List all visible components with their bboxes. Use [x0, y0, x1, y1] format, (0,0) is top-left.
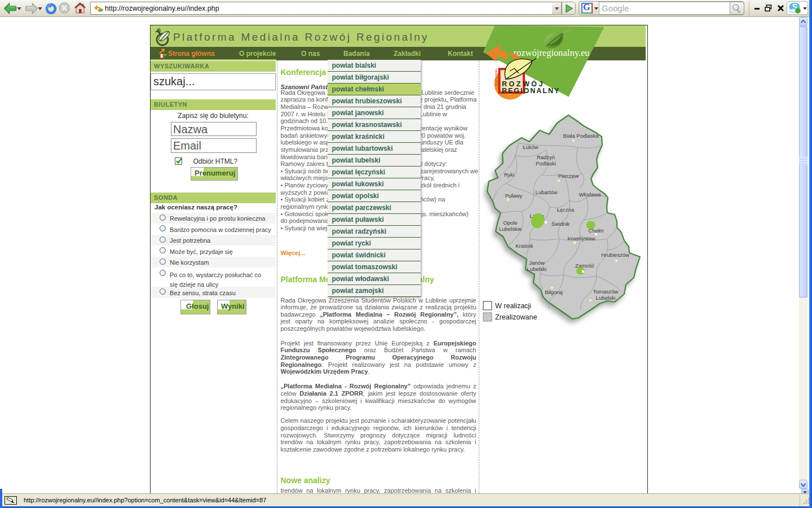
svg-text:Łęczna: Łęczna — [557, 207, 574, 213]
svg-text:Włodawa: Włodawa — [579, 191, 601, 198]
svg-text:Biłgoraj: Biłgoraj — [545, 289, 563, 295]
svg-text:Hrubieszów: Hrubieszów — [601, 252, 629, 258]
svg-text:Opole: Opole — [503, 220, 517, 226]
svg-text:Biała Podlaska: Biała Podlaska — [563, 133, 599, 139]
svg-text:Janów: Janów — [529, 260, 545, 266]
svg-text:Podlaski: Podlaski — [536, 160, 556, 167]
svg-text:Tomaszów: Tomaszów — [593, 288, 618, 295]
svg-text:Ryki: Ryki — [504, 172, 514, 178]
svg-text:Lubelskie: Lubelskie — [498, 226, 521, 232]
svg-text:Kraśnik: Kraśnik — [515, 243, 533, 249]
svg-text:W realizacji: W realizacji — [495, 302, 531, 310]
svg-text:Łuków: Łuków — [523, 144, 539, 150]
svg-text:Parczew: Parczew — [558, 173, 579, 179]
svg-text:Lubartów: Lubartów — [535, 189, 557, 195]
svg-text:Puławy: Puławy — [505, 192, 522, 199]
svg-text:Krasnystaw: Krasnystaw — [567, 235, 595, 242]
svg-text:Świdnik: Świdnik — [551, 221, 570, 227]
svg-text:Lubelski: Lubelski — [527, 266, 546, 272]
svg-text:Zrealizowane: Zrealizowane — [495, 313, 537, 321]
svg-text:Radzyń: Radzyń — [536, 154, 554, 160]
svg-text:Lubelski: Lubelski — [595, 295, 615, 301]
